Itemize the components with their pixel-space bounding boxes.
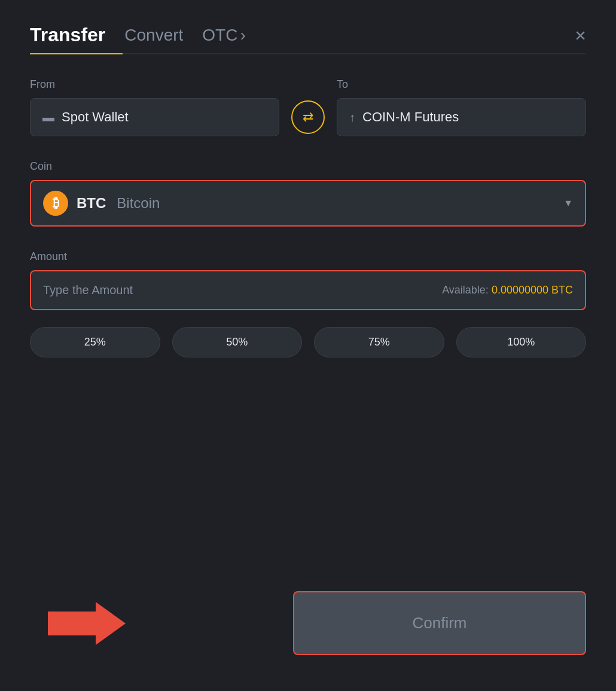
arrow-head <box>96 602 126 645</box>
pct-75-button[interactable]: 75% <box>314 327 444 357</box>
modal-header: Transfer Convert OTC › × <box>30 24 586 46</box>
arrow-indicator <box>48 602 126 645</box>
amount-label: Amount <box>30 250 586 263</box>
btc-symbol: ₿ <box>53 195 59 211</box>
transfer-modal: Transfer Convert OTC › × From ▬ Spot Wal… <box>0 0 616 691</box>
coin-symbol: BTC <box>77 195 106 212</box>
tab-convert[interactable]: Convert <box>124 26 183 45</box>
tab-otc[interactable]: OTC › <box>202 26 245 45</box>
futures-icon: ↑ <box>349 111 355 124</box>
arrow-body <box>48 611 96 635</box>
bottom-area: Confirm <box>30 591 586 655</box>
coin-selector[interactable]: ₿ BTC Bitcoin ▼ <box>30 180 586 227</box>
coin-section: Coin ₿ BTC Bitcoin ▼ <box>30 160 586 250</box>
pct-buttons: 25% 50% 75% 100% <box>30 327 586 357</box>
swap-container: ⇄ <box>279 100 337 136</box>
to-group: To ↑ COIN-M Futures <box>337 78 586 136</box>
from-wallet-selector[interactable]: ▬ Spot Wallet <box>30 98 279 136</box>
amount-section: Amount Available: 0.00000000 BTC <box>30 250 586 327</box>
pct-100-button[interactable]: 100% <box>456 327 587 357</box>
from-group: From ▬ Spot Wallet <box>30 78 279 136</box>
from-to-section: From ▬ Spot Wallet ⇄ To ↑ COIN-M Futures <box>30 78 586 136</box>
arrow-shape <box>48 602 126 645</box>
available-text: Available: 0.00000000 BTC <box>442 284 573 296</box>
swap-icon: ⇄ <box>303 109 313 125</box>
swap-button[interactable]: ⇄ <box>291 100 325 134</box>
tab-underline <box>30 53 586 54</box>
chevron-down-icon: ▼ <box>563 198 573 209</box>
underline-active <box>30 53 123 54</box>
from-wallet-name: Spot Wallet <box>62 109 129 125</box>
to-wallet-name: COIN-M Futures <box>362 109 459 125</box>
coin-label: Coin <box>30 160 586 173</box>
from-label: From <box>30 78 279 91</box>
amount-input[interactable] <box>43 283 436 297</box>
amount-input-wrapper: Available: 0.00000000 BTC <box>30 270 586 310</box>
close-button[interactable]: × <box>575 26 586 45</box>
pct-25-button[interactable]: 25% <box>30 327 160 357</box>
wallet-card-icon: ▬ <box>42 111 54 124</box>
to-wallet-selector[interactable]: ↑ COIN-M Futures <box>337 98 586 136</box>
btc-icon: ₿ <box>43 191 68 216</box>
to-label: To <box>337 78 586 91</box>
available-amount: 0.00000000 BTC <box>492 284 573 296</box>
tab-transfer[interactable]: Transfer <box>30 24 105 46</box>
pct-50-button[interactable]: 50% <box>172 327 303 357</box>
coin-fullname: Bitcoin <box>117 195 160 212</box>
confirm-button[interactable]: Confirm <box>293 591 586 655</box>
